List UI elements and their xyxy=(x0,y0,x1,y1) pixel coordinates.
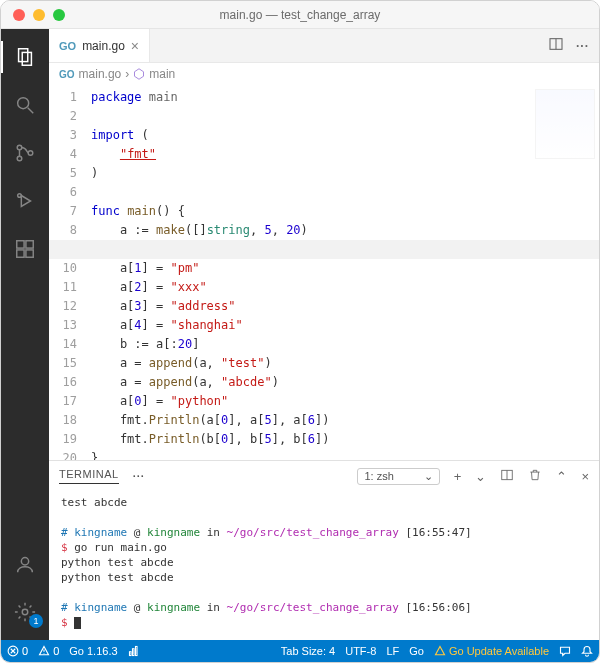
window-titlebar: main.go — test_change_array xyxy=(1,1,599,29)
svg-rect-9 xyxy=(17,241,24,248)
svg-rect-27 xyxy=(135,647,137,656)
breadcrumb-symbol: main xyxy=(149,67,175,81)
window-title: main.go — test_change_array xyxy=(1,8,599,22)
svg-line-3 xyxy=(28,108,34,114)
source-control-button[interactable] xyxy=(1,133,49,173)
svg-rect-12 xyxy=(26,250,33,257)
svg-rect-26 xyxy=(132,649,134,656)
svg-point-8 xyxy=(18,194,22,198)
svg-marker-7 xyxy=(21,196,30,207)
active-line-highlight xyxy=(49,240,599,259)
svg-point-13 xyxy=(21,558,28,565)
status-go-version[interactable]: Go 1.16.3 xyxy=(69,645,117,657)
extensions-button[interactable] xyxy=(1,229,49,269)
settings-button[interactable]: 1 xyxy=(1,592,49,632)
line-gutter: 123456789101112131415161718192021 xyxy=(49,85,91,460)
svg-marker-17 xyxy=(135,69,144,80)
func-icon xyxy=(133,68,145,80)
svg-point-14 xyxy=(22,609,28,615)
status-warnings[interactable]: 0 xyxy=(38,645,59,657)
trash-icon[interactable] xyxy=(528,468,542,485)
minimap[interactable] xyxy=(535,89,595,159)
svg-point-4 xyxy=(17,145,22,150)
close-panel-icon[interactable]: × xyxy=(581,469,589,484)
svg-rect-11 xyxy=(17,250,24,257)
svg-point-5 xyxy=(17,156,22,161)
status-bar: 0 0 Go 1.16.3 Tab Size: 4 UTF-8 LF Go Go… xyxy=(1,640,599,662)
status-feedback-icon[interactable] xyxy=(559,645,571,657)
terminal-shell-select[interactable]: 1: zsh ⌄ xyxy=(357,468,439,485)
split-terminal-icon[interactable] xyxy=(500,468,514,485)
chevron-down-icon[interactable]: ⌄ xyxy=(475,469,486,484)
svg-rect-10 xyxy=(26,241,33,248)
editor-more-icon[interactable]: ··· xyxy=(576,39,589,53)
window-controls xyxy=(13,9,65,21)
debug-button[interactable] xyxy=(1,181,49,221)
tab-main-go[interactable]: GO main.go × xyxy=(49,29,150,62)
settings-badge: 1 xyxy=(29,614,43,628)
breadcrumb-file: main.go xyxy=(79,67,122,81)
status-bell-icon[interactable] xyxy=(581,645,593,657)
svg-point-2 xyxy=(18,98,29,109)
go-file-icon: GO xyxy=(59,69,75,80)
explorer-button[interactable] xyxy=(1,37,49,77)
svg-rect-25 xyxy=(129,652,131,656)
breadcrumb[interactable]: GO main.go › main xyxy=(49,63,599,85)
zoom-window-button[interactable] xyxy=(53,9,65,21)
status-tab-size[interactable]: Tab Size: 4 xyxy=(281,645,335,657)
code-content[interactable]: package main import ( "fmt") func main()… xyxy=(91,85,599,460)
status-eol[interactable]: LF xyxy=(386,645,399,657)
status-analysis-icon[interactable] xyxy=(128,645,140,657)
go-file-icon: GO xyxy=(59,40,76,52)
status-language[interactable]: Go xyxy=(409,645,424,657)
shell-select-label: 1: zsh xyxy=(364,470,393,482)
new-terminal-icon[interactable]: + xyxy=(454,469,462,484)
panel-tab-terminal[interactable]: TERMINAL xyxy=(59,468,119,484)
close-tab-icon[interactable]: × xyxy=(131,38,139,54)
search-button[interactable] xyxy=(1,85,49,125)
tab-label: main.go xyxy=(82,39,125,53)
code-editor[interactable]: 123456789101112131415161718192021 packag… xyxy=(49,85,599,460)
close-window-button[interactable] xyxy=(13,9,25,21)
accounts-button[interactable] xyxy=(1,544,49,584)
svg-point-6 xyxy=(28,151,33,156)
terminal-panel: TERMINAL ··· 1: zsh ⌄ + ⌄ ⌃ × test abcde… xyxy=(49,460,599,640)
panel-more-icon[interactable]: ··· xyxy=(133,470,145,482)
activity-bar: 1 xyxy=(1,29,49,640)
terminal-content[interactable]: test abcde # kingname @ kingname in ~/go… xyxy=(49,491,599,640)
chevron-up-icon[interactable]: ⌃ xyxy=(556,469,567,484)
chevron-down-icon: ⌄ xyxy=(424,470,433,483)
svg-rect-1 xyxy=(22,52,31,65)
minimize-window-button[interactable] xyxy=(33,9,45,21)
status-go-update[interactable]: Go Update Available xyxy=(434,645,549,657)
status-encoding[interactable]: UTF-8 xyxy=(345,645,376,657)
svg-rect-0 xyxy=(19,49,28,62)
split-view-icon[interactable] xyxy=(548,36,564,55)
status-errors[interactable]: 0 xyxy=(7,645,28,657)
editor-tabs: GO main.go × ··· xyxy=(49,29,599,63)
chevron-right-icon: › xyxy=(125,67,129,81)
